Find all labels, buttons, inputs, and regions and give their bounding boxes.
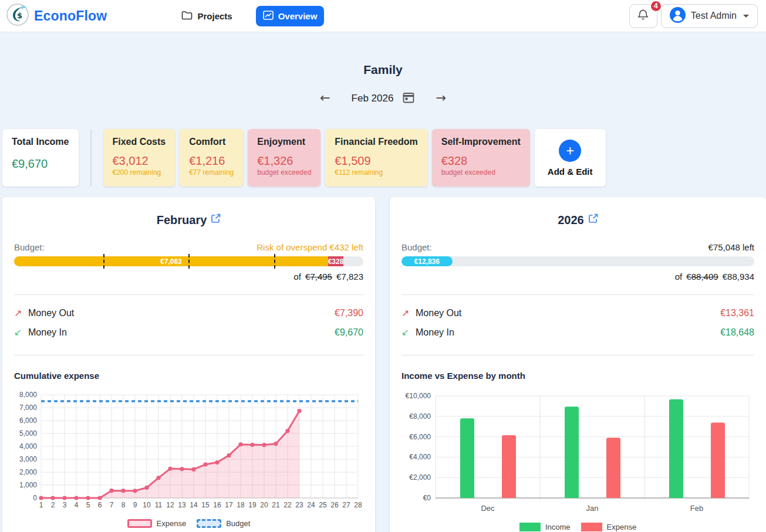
plus-icon: + — [559, 140, 581, 162]
svg-text:25: 25 — [319, 501, 327, 509]
svg-text:7: 7 — [110, 501, 114, 509]
bell-icon — [637, 9, 649, 23]
money-out-row: ↗ Money Out €13,361 — [401, 303, 754, 323]
notifications-button[interactable]: 4 — [629, 4, 657, 28]
money-out-label: Money Out — [28, 308, 74, 318]
chevron-down-icon — [743, 15, 749, 18]
folder-icon — [181, 11, 193, 22]
svg-text:14: 14 — [190, 501, 198, 509]
svg-text:Jan: Jan — [586, 504, 599, 513]
money-out-value: €7,390 — [335, 308, 363, 318]
category-value: €328 — [441, 154, 521, 168]
brand[interactable]: $ EconoFlow — [6, 3, 107, 29]
money-out-value: €13,361 — [720, 308, 754, 318]
svg-text:16: 16 — [213, 501, 221, 509]
svg-text:5: 5 — [86, 501, 90, 509]
projects-label: Projects — [197, 11, 232, 21]
year-panel-title: 2026 — [558, 214, 584, 227]
econoflow-logo-icon: $ — [6, 3, 29, 29]
category-value: €1,326 — [257, 154, 311, 168]
overspend-segment: €328 — [328, 256, 343, 266]
svg-text:22: 22 — [284, 501, 292, 509]
svg-text:11: 11 — [155, 501, 163, 509]
total-income-label: Total Income — [12, 137, 69, 147]
category-note: budget exceeded — [441, 168, 521, 177]
category-value: €3,012 — [113, 154, 166, 168]
total-income-card[interactable]: Total Income €9,670 — [2, 129, 79, 187]
category-card-financial-freedom[interactable]: Financial Freedom €1,509 €112 remaining — [325, 129, 427, 187]
old-budget-total: €88,409 — [686, 272, 718, 282]
category-card-comfort[interactable]: Comfort €1,216 €77 remaining — [180, 129, 243, 187]
category-label: Fixed Costs — [113, 137, 166, 147]
expense-legend-swatch — [581, 523, 602, 531]
notification-badge: 4 — [650, 0, 662, 12]
old-budget-total: €7,495 — [305, 272, 332, 282]
projects-button[interactable]: Projects — [174, 6, 239, 26]
year-budget-progress: €12,836 — [401, 256, 754, 266]
month-budget-progress: €7,063 €328 — [14, 256, 363, 266]
user-name: Test Admin — [691, 11, 737, 21]
svg-text:9: 9 — [133, 501, 137, 509]
open-year-details-icon[interactable] — [589, 212, 598, 226]
svg-text:$: $ — [17, 11, 22, 20]
year-budget-total: of €88,409 €88,934 — [401, 272, 754, 282]
svg-text:6: 6 — [98, 501, 102, 509]
svg-text:7,000: 7,000 — [19, 404, 37, 412]
arrow-up-right-icon: ↗ — [401, 307, 416, 318]
expense-legend-label: Expense — [607, 523, 637, 531]
svg-text:15: 15 — [201, 501, 210, 509]
svg-text:3: 3 — [63, 501, 67, 509]
svg-text:21: 21 — [272, 501, 280, 509]
navbar: $ EconoFlow Projects Overview — [0, 0, 766, 32]
add-edit-button[interactable]: + Add & Edit — [535, 129, 606, 187]
income-legend-swatch — [519, 523, 541, 531]
next-month-button[interactable]: → — [432, 91, 450, 106]
money-in-row: ↙ Money In €9,670 — [14, 323, 363, 342]
chart-line-icon — [263, 11, 274, 22]
user-menu-button[interactable]: Test Admin — [661, 4, 758, 28]
page-title: Family — [0, 63, 766, 77]
svg-text:€10,000: €10,000 — [406, 392, 431, 400]
income-vs-expense-chart: DecJanFeb€0€2,000€4,000€6,000€8,000€10,0… — [401, 389, 754, 519]
svg-text:2: 2 — [51, 501, 55, 509]
svg-text:26: 26 — [330, 501, 339, 509]
income-legend-label: Income — [545, 523, 571, 531]
money-out-label: Money Out — [416, 308, 461, 318]
budget-quarter-tick — [188, 254, 190, 269]
period-navigation: ← Feb 2026 → — [0, 91, 766, 106]
previous-month-button[interactable]: ← — [316, 91, 334, 106]
svg-text:17: 17 — [225, 501, 233, 509]
money-in-label: Money In — [28, 327, 67, 338]
calendar-picker-button[interactable] — [403, 92, 414, 105]
category-note: €200 remaining — [113, 168, 166, 177]
month-panel-title: February — [157, 214, 207, 227]
spent-amount: €7,063 — [160, 257, 182, 266]
overspend-amount: €328 — [328, 257, 344, 266]
spent-amount: €12,836 — [414, 257, 440, 266]
svg-text:8,000: 8,000 — [19, 391, 37, 399]
svg-text:€4,000: €4,000 — [409, 453, 431, 461]
svg-text:€6,000: €6,000 — [409, 433, 431, 441]
svg-text:28: 28 — [354, 501, 362, 509]
category-card-self-improvement[interactable]: Self-Improvement €328 budget exceeded — [432, 129, 530, 187]
svg-text:23: 23 — [295, 501, 303, 509]
arrow-down-left-icon: ↙ — [14, 327, 28, 338]
svg-text:12: 12 — [166, 501, 174, 509]
month-panel: February Budget: Risk of overspend €432 … — [2, 197, 375, 532]
budget-quarter-tick — [274, 254, 275, 269]
category-card-fixed-costs[interactable]: Fixed Costs €3,012 €200 remaining — [103, 129, 176, 187]
category-label: Enjoyment — [257, 137, 311, 147]
open-month-details-icon[interactable] — [211, 212, 221, 226]
category-card-enjoyment[interactable]: Enjoyment €1,326 budget exceeded — [248, 129, 320, 187]
total-income-value: €9,670 — [12, 157, 69, 171]
svg-text:27: 27 — [342, 501, 350, 509]
category-note: €77 remaining — [189, 168, 234, 177]
money-in-value: €9,670 — [335, 327, 363, 338]
overview-button[interactable]: Overview — [256, 6, 325, 26]
calendar-icon — [403, 92, 414, 105]
category-label: Self-Improvement — [441, 137, 521, 147]
avatar-icon — [670, 7, 686, 25]
svg-text:Dec: Dec — [481, 504, 495, 513]
risk-of-overspend-text: Risk of overspend €432 left — [257, 242, 363, 252]
cumulative-expense-chart: 01,0002,0003,0004,0005,0006,0007,0008,00… — [14, 389, 363, 516]
